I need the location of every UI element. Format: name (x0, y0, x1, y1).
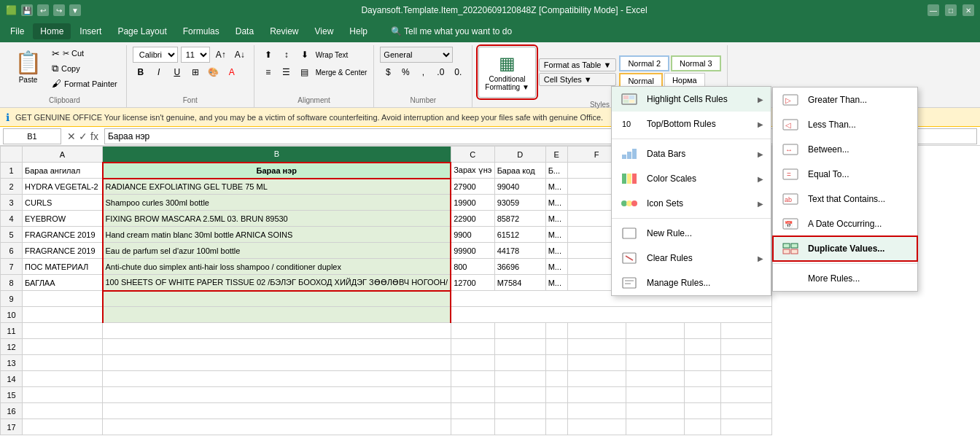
cell-I1[interactable]: Хэмжих нэ... (720, 163, 771, 179)
col-header-D[interactable]: D (494, 147, 545, 163)
cell-B6[interactable]: Eau de parfum sel d'azur 100ml bottle (103, 243, 451, 259)
cell-C7[interactable]: 800 (451, 259, 494, 275)
cell-A4[interactable]: EYEBROW (23, 211, 103, 227)
border-btn[interactable]: ⊞ (187, 64, 203, 80)
row-header-10[interactable]: 10 (1, 307, 23, 323)
save-icon[interactable]: 💾 (21, 4, 33, 16)
cell-A1[interactable]: Бараа ангилал (23, 163, 103, 179)
cell-reference-input[interactable] (3, 128, 61, 144)
cell-D6[interactable]: 44178 (494, 243, 545, 259)
cell-F4[interactable] (567, 211, 626, 227)
confirm-formula-icon[interactable]: ✓ (79, 131, 88, 142)
cell-A8[interactable]: БАГЛАА (23, 275, 103, 291)
cell-E6[interactable]: M... (545, 243, 567, 259)
cell-E7[interactable]: M... (545, 259, 567, 275)
cell-H2[interactable]: 1 (684, 179, 720, 195)
cell-C2[interactable]: 27900 (451, 179, 494, 195)
menu-view[interactable]: View (308, 23, 341, 39)
cell-F7[interactable] (567, 259, 626, 275)
font-name-select[interactable]: Calibri (133, 47, 178, 63)
row-header-5[interactable]: 5 (1, 227, 23, 243)
col-header-A[interactable]: A (23, 147, 103, 163)
normal2-style-cell[interactable]: Normal 2 (619, 55, 669, 71)
row-header-3[interactable]: 3 (1, 195, 23, 211)
cell-G6[interactable] (626, 243, 684, 259)
cell-styles-button[interactable]: Cell Styles ▼ (539, 73, 617, 86)
italic-btn[interactable]: I (151, 64, 167, 80)
align-center-btn[interactable]: ☰ (279, 64, 295, 80)
redo-icon[interactable]: ↪ (53, 4, 65, 16)
menu-home[interactable]: Home (33, 23, 71, 39)
decrease-decimal-btn[interactable]: 0. (450, 64, 466, 80)
cell-C4[interactable]: 22900 (451, 211, 494, 227)
restore-btn[interactable]: □ (945, 4, 957, 16)
align-right-btn[interactable]: ▤ (297, 64, 313, 80)
cell-H8[interactable]: 1 (684, 275, 720, 291)
cell-C5[interactable]: 9900 (451, 227, 494, 243)
cell-D4[interactable]: 85872 (494, 211, 545, 227)
norma-style-cell[interactable]: Норма (664, 73, 705, 89)
cell-E2[interactable]: M... (545, 179, 567, 195)
cell-B3[interactable]: Shampoo curles 300ml bottle (103, 195, 451, 211)
cell-F6[interactable] (567, 243, 626, 259)
cell-F5[interactable] (567, 227, 626, 243)
cell-A5[interactable]: FRAGRANCE 2019 (23, 227, 103, 243)
cell-D2[interactable]: 99040 (494, 179, 545, 195)
col-header-I[interactable]: I (720, 147, 771, 163)
cell-F2[interactable] (567, 179, 626, 195)
row-header-11[interactable]: 11 (1, 323, 23, 339)
cell-I6[interactable]: Ширхэг (720, 243, 771, 259)
font-color-btn[interactable]: A (224, 64, 240, 80)
increase-decimal-btn[interactable]: .0 (432, 64, 448, 80)
minimize-btn[interactable]: — (928, 4, 939, 16)
align-top-btn[interactable]: ⬆ (260, 47, 276, 63)
cell-D1[interactable]: Бараа код (494, 163, 545, 179)
underline-btn[interactable]: U (169, 64, 185, 80)
customize-icon[interactable]: ▼ (69, 4, 81, 16)
number-format-select[interactable]: General (380, 47, 453, 63)
cell-G4[interactable] (626, 211, 684, 227)
col-header-C[interactable]: C (451, 147, 494, 163)
row-header-13[interactable]: 13 (1, 355, 23, 371)
col-header-B[interactable]: B (103, 147, 451, 163)
row-header-4[interactable]: 4 (1, 211, 23, 227)
menu-review[interactable]: Review (262, 23, 306, 39)
cell-H6[interactable]: 1 (684, 243, 720, 259)
row-header-9[interactable]: 9 (1, 291, 23, 307)
cell-B8[interactable]: 100 SHEETS OF WHITE PAPER TISSUE 02 /БЭЛ… (103, 275, 451, 291)
cell-I5[interactable]: Ширхэг (720, 227, 771, 243)
cell-I7[interactable]: Ширхэг (720, 259, 771, 275)
conditional-formatting-button[interactable]: ▦ ConditionalFormatting ▼ (478, 47, 535, 98)
insert-function-icon[interactable]: fx (90, 131, 98, 142)
cell-B1[interactable]: Бараа нэр (103, 163, 451, 179)
align-left-btn[interactable]: ≡ (260, 64, 276, 80)
cell-E3[interactable]: M... (545, 195, 567, 211)
cell-B10[interactable] (103, 307, 451, 323)
cell-H4[interactable]: 1 (684, 211, 720, 227)
formula-input[interactable] (104, 128, 977, 144)
copy-button[interactable]: ⧉ Copy (49, 61, 120, 76)
row-header-2[interactable]: 2 (1, 179, 23, 195)
comma-btn[interactable]: , (415, 64, 431, 80)
row-header-1[interactable]: 1 (1, 163, 23, 179)
cell-A3[interactable]: CURLS (23, 195, 103, 211)
col-header-F[interactable]: F (567, 147, 626, 163)
align-middle-btn[interactable]: ↕ (279, 47, 295, 63)
paste-button[interactable]: 📋 Paste (9, 47, 47, 90)
menu-help[interactable]: Help (342, 23, 375, 39)
col-header-G[interactable]: G (626, 147, 684, 163)
cell-H1[interactable]: рлуулна (684, 163, 720, 179)
row-header-8[interactable]: 8 (1, 275, 23, 291)
cell-I4[interactable]: Ширхэг (720, 211, 771, 227)
cell-A6[interactable]: FRAGRANCE 2019 (23, 243, 103, 259)
row-header-16[interactable]: 16 (1, 403, 23, 419)
cell-H7[interactable]: 1 (684, 259, 720, 275)
decrease-font-btn[interactable]: A↓ (232, 47, 248, 63)
row-header-7[interactable]: 7 (1, 259, 23, 275)
cell-B5[interactable]: Hand cream matin blanc 30ml bottle ARNIC… (103, 227, 451, 243)
cell-G7[interactable] (626, 259, 684, 275)
cell-G3[interactable] (626, 195, 684, 211)
cell-G1[interactable]: р... (626, 163, 684, 179)
format-painter-button[interactable]: 🖌 Format Painter (49, 77, 120, 90)
normal-style-cell[interactable]: Normal (619, 73, 662, 89)
